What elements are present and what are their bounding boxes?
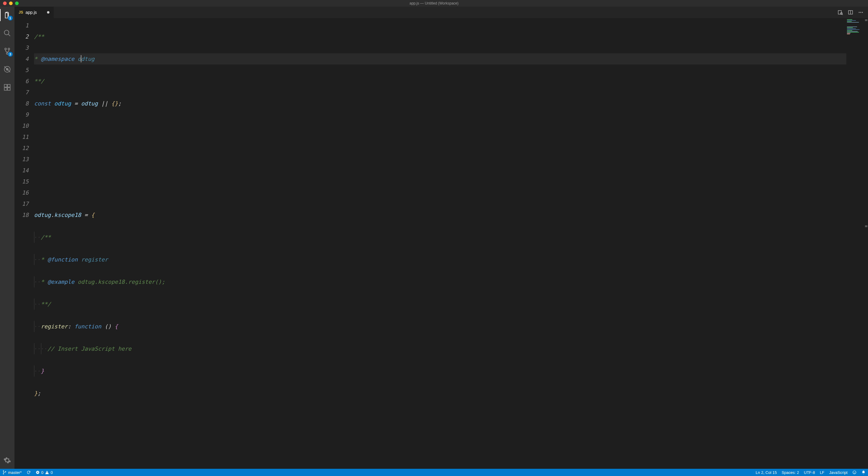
explorer-badge: 1	[8, 16, 13, 21]
whitespace-guide: ··	[34, 234, 41, 241]
code-token: **/	[41, 301, 51, 307]
tab-label: app.js	[26, 10, 37, 15]
code-token: ||	[101, 100, 108, 107]
svg-point-27	[47, 473, 47, 474]
dirty-indicator-icon	[47, 11, 50, 13]
code-token: odtug	[78, 100, 101, 107]
code-token: ;	[37, 390, 41, 396]
debug-icon[interactable]	[0, 63, 14, 75]
svg-point-17	[859, 12, 860, 13]
language-status[interactable]: JavaScript	[827, 469, 850, 476]
main-area: 1 3	[0, 7, 868, 469]
code-token: @namespace	[41, 56, 74, 62]
code-token: :	[67, 323, 74, 329]
svg-rect-9	[7, 84, 10, 87]
indentation-status[interactable]: Spaces: 2	[779, 469, 801, 476]
svg-point-19	[862, 12, 863, 13]
problems-status[interactable]: 0 0	[33, 469, 55, 476]
minimize-window-button[interactable]	[9, 1, 13, 5]
whitespace-guide: ··	[41, 346, 47, 352]
svg-rect-12	[838, 10, 841, 14]
code-token	[108, 100, 111, 107]
code-token	[78, 256, 81, 263]
code-token: ()	[101, 323, 115, 329]
svg-rect-8	[4, 84, 7, 87]
code-token: {	[91, 212, 94, 218]
code-token: =	[74, 100, 78, 107]
tab-app-js[interactable]: JS app.js	[14, 7, 54, 18]
activity-bar: 1 3	[0, 7, 14, 469]
window-controls	[0, 1, 19, 5]
svg-line-14	[842, 14, 843, 15]
code-token: register	[81, 256, 108, 263]
encoding-status[interactable]: UTF-8	[801, 469, 817, 476]
extensions-icon[interactable]	[0, 81, 14, 93]
code-token: kscope18	[54, 212, 81, 218]
svg-point-21	[3, 474, 4, 474]
code-token: @function	[48, 256, 78, 263]
close-window-button[interactable]	[3, 1, 7, 5]
code-token: =	[84, 212, 88, 218]
window-title: app.js — Untitled (Workspace)	[410, 1, 459, 5]
text-editor[interactable]: 1 2 3 4 5 6 7 8 9 10 11 12 13 14 15 16 1…	[14, 18, 868, 469]
scm-badge: 3	[8, 52, 13, 57]
code-token: **/	[34, 78, 44, 84]
branch-name: master*	[8, 470, 22, 475]
code-token: odtug	[34, 212, 51, 218]
code-token	[88, 212, 91, 218]
editor-actions	[837, 7, 868, 18]
titlebar: app.js — Untitled (Workspace)	[0, 0, 868, 7]
code-token: register	[41, 323, 67, 329]
settings-gear-icon[interactable]	[0, 454, 14, 466]
eol-status[interactable]: LF	[817, 469, 827, 476]
whitespace-guide: ··	[34, 368, 41, 374]
overview-ruler[interactable]	[864, 18, 868, 469]
split-editor-icon[interactable]	[847, 9, 854, 15]
svg-point-20	[3, 471, 4, 471]
code-token: odtug.kscope18.register();	[78, 279, 165, 285]
code-token: // Insert JavaScript here	[48, 346, 131, 352]
code-token: *	[34, 56, 41, 62]
code-token	[81, 212, 84, 218]
toggle-preview-icon[interactable]	[837, 9, 843, 15]
svg-point-0	[4, 30, 9, 35]
svg-point-3	[8, 48, 10, 50]
source-control-icon[interactable]: 3	[0, 45, 14, 57]
zoom-window-button[interactable]	[15, 1, 19, 5]
line-number-gutter: 1 2 3 4 5 6 7 8 9 10 11 12 13 14 15 16 1…	[14, 18, 34, 469]
warning-count: 0	[51, 470, 53, 475]
code-token: ;	[118, 100, 121, 107]
svg-point-28	[853, 471, 856, 474]
code-token: {}	[111, 100, 118, 107]
svg-rect-10	[4, 88, 7, 90]
status-bar: master* 0 0 Ln 2, Col 15 Spaces: 2 UTF-8…	[0, 469, 868, 476]
code-token: /**	[41, 234, 51, 241]
code-token: }	[34, 390, 37, 396]
code-token: }	[41, 368, 44, 374]
whitespace-guide: ··	[34, 279, 41, 285]
minimap[interactable]	[846, 18, 864, 469]
code-token: odtug	[51, 100, 74, 107]
error-count: 0	[41, 470, 43, 475]
code-token: *	[41, 279, 47, 285]
search-icon[interactable]	[0, 27, 14, 39]
explorer-icon[interactable]: 1	[0, 9, 14, 21]
code-content[interactable]: /** * @namespace odtug **/ const odtug =…	[34, 18, 846, 469]
file-type-icon: JS	[19, 10, 23, 14]
text-cursor	[81, 55, 82, 62]
tab-bar: JS app.js	[14, 7, 868, 18]
whitespace-guide: ··	[34, 256, 41, 263]
code-token: *	[41, 256, 47, 263]
sync-status[interactable]	[24, 469, 33, 476]
cursor-position-status[interactable]: Ln 2, Col 15	[753, 469, 779, 476]
notifications-bell-icon[interactable]	[859, 469, 868, 476]
more-actions-icon[interactable]	[858, 9, 864, 15]
whitespace-guide: ··	[34, 323, 41, 329]
code-token: /**	[34, 33, 44, 40]
tabs-container: JS app.js	[14, 7, 54, 18]
git-branch-status[interactable]: master*	[0, 469, 24, 476]
editor-group: JS app.js	[14, 7, 868, 469]
feedback-icon[interactable]	[850, 469, 859, 476]
svg-point-2	[5, 48, 6, 50]
code-token: .	[51, 212, 54, 218]
